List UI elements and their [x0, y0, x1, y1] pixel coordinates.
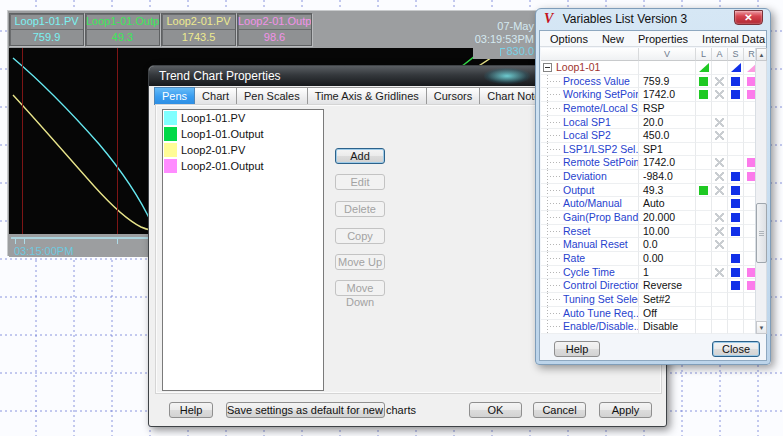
variables-titlebar[interactable]: V Variables List Version 3 ✕: [536, 9, 770, 29]
status-square-icon: [699, 77, 708, 86]
variables-menubar: OptionsNewPropertiesInternal Data: [540, 31, 766, 47]
tree-line: [547, 244, 560, 245]
variables-list-window: V Variables List Version 3 ✕ OptionsNewP…: [535, 8, 771, 365]
flag-cell-l: [696, 197, 712, 211]
save-default-button[interactable]: Save settings as default for new charts: [226, 402, 385, 418]
variable-row[interactable]: Control DirectionReverse: [541, 279, 766, 293]
variable-row[interactable]: Process Value759.9: [541, 75, 766, 89]
variable-row[interactable]: Local SP120.0: [541, 116, 766, 130]
variable-group-row[interactable]: Loop1-01: [541, 61, 766, 75]
tree-line: [547, 326, 560, 327]
pen-list-item[interactable]: Loop1-01.Output: [163, 126, 323, 142]
pen-list-item[interactable]: Loop1-01.PV: [163, 110, 323, 126]
tab-time-axis-gridlines[interactable]: Time Axis & Gridlines: [308, 87, 427, 105]
ok-button[interactable]: OK: [469, 402, 522, 418]
variable-row[interactable]: Output49.3: [541, 184, 766, 198]
variable-row[interactable]: Manual Reset0.0: [541, 238, 766, 252]
variable-value-cell: 20.000: [639, 211, 696, 225]
variable-name-cell: Local SP2: [541, 129, 639, 143]
flag-cell-l: [696, 102, 712, 116]
legend-pen-value: 759.9: [10, 30, 83, 46]
help-button[interactable]: Help: [169, 402, 213, 418]
flag-cell-s: [728, 75, 744, 89]
variable-row[interactable]: Remote/Local SPRSP: [541, 102, 766, 116]
flag-cell-s: [728, 143, 744, 157]
variables-title: Variables List Version 3: [563, 12, 688, 26]
flag-cell-l: [696, 61, 712, 75]
dialog-title: Trend Chart Properties: [159, 69, 281, 83]
variable-row[interactable]: Tuning Set SelectSet#2: [541, 293, 766, 307]
right-axis-top-label: 830.0: [473, 45, 534, 57]
variable-row[interactable]: Working SetPoint1742.0: [541, 88, 766, 102]
menu-properties[interactable]: Properties: [638, 31, 688, 46]
pen-listbox[interactable]: Loop1-01.PVLoop1-01.OutputLoop2-01.PVLoo…: [162, 109, 324, 391]
add-button[interactable]: Add: [335, 148, 385, 164]
pen-name: Loop1-01.PV: [181, 112, 245, 124]
tab-pens[interactable]: Pens: [154, 87, 195, 105]
variable-row[interactable]: Auto Tune Req...Off: [541, 307, 766, 321]
column-header-l: L: [696, 48, 712, 61]
variable-name-cell: Enable/Disable...: [541, 320, 639, 334]
variable-row[interactable]: Remote SetPoint1742.0: [541, 156, 766, 170]
variable-row[interactable]: Local SP2450.0: [541, 129, 766, 143]
flag-cell-s: [728, 225, 744, 239]
variable-name-cell: Remote SetPoint: [541, 156, 639, 170]
variable-row[interactable]: Gain(Prop Band)20.000: [541, 211, 766, 225]
flag-cell-s: [728, 170, 744, 184]
not-available-x-icon: [715, 77, 724, 86]
variable-row[interactable]: Auto/ManualAuto: [541, 197, 766, 211]
tab-pen-scales[interactable]: Pen Scales: [237, 87, 308, 105]
tree-line: [547, 122, 560, 123]
variable-row[interactable]: Reset10.00: [541, 225, 766, 239]
status-square-icon: [699, 90, 708, 99]
not-available-x-icon: [715, 118, 724, 127]
variables-close-button[interactable]: Close: [712, 341, 760, 357]
variable-name-cell: Manual Reset: [541, 238, 639, 252]
scroll-up-icon[interactable]: ▲: [756, 48, 767, 61]
copy-button: Copy: [335, 228, 385, 244]
flag-cell-a: [712, 307, 728, 321]
cancel-button[interactable]: Cancel: [533, 402, 586, 418]
menu-internal-data[interactable]: Internal Data: [702, 31, 765, 46]
dialog-button-row: Help Save settings as default for new ch…: [149, 393, 666, 426]
variable-value-cell: 1742.0: [639, 88, 696, 102]
variable-row[interactable]: LSP1/LSP2 Sel...SP1: [541, 143, 766, 157]
menu-new[interactable]: New: [602, 31, 624, 46]
flag-cell-a: [712, 156, 728, 170]
menu-options[interactable]: Options: [550, 31, 588, 46]
variables-scrollbar[interactable]: ▲ ▼: [755, 48, 766, 334]
variable-value-cell: Set#2: [639, 293, 696, 307]
variable-row[interactable]: Cycle Time1: [541, 266, 766, 280]
flag-cell-s: [728, 61, 744, 75]
variable-label: Rate: [563, 252, 585, 265]
variable-value-cell: 1: [639, 266, 696, 280]
variable-value-cell: 759.9: [639, 75, 696, 89]
scrollbar-thumb[interactable]: [756, 203, 767, 263]
axis-corner-mark: [500, 48, 505, 56]
pen-legend-strip: Loop1-01.PV759.9Loop1-01.Output49.3Loop2…: [8, 11, 537, 48]
pen-list-item[interactable]: Loop2-01.Output: [163, 158, 323, 174]
variables-help-button[interactable]: Help: [554, 341, 600, 357]
collapse-icon[interactable]: [543, 63, 552, 72]
flag-cell-a: [712, 75, 728, 89]
variable-row[interactable]: Rate0.00: [541, 252, 766, 266]
variables-table[interactable]: VLASR Loop1-01Process Value759.9Working …: [541, 48, 767, 334]
flag-cell-l: [696, 170, 712, 184]
status-square-icon: [731, 227, 740, 236]
pen-list-item[interactable]: Loop2-01.PV: [163, 142, 323, 158]
delete-button: Delete: [335, 201, 385, 217]
variable-row[interactable]: Enable/Disable...Disable: [541, 320, 766, 334]
scroll-down-icon[interactable]: ▼: [756, 321, 767, 334]
variable-label: Remote SetPoint: [563, 156, 639, 169]
close-icon[interactable]: ✕: [734, 10, 763, 25]
variable-row[interactable]: Deviation-984.0: [541, 170, 766, 184]
tab-chart[interactable]: Chart: [195, 87, 237, 105]
variable-label: Auto Tune Req...: [563, 307, 639, 320]
flag-cell-a: [712, 211, 728, 225]
tab-cursors[interactable]: Cursors: [427, 87, 481, 105]
tree-line: [547, 94, 560, 95]
variable-label: Cycle Time: [563, 266, 615, 279]
flag-cell-l: [696, 143, 712, 157]
apply-button[interactable]: Apply: [599, 402, 652, 418]
tree-line: [547, 299, 560, 300]
